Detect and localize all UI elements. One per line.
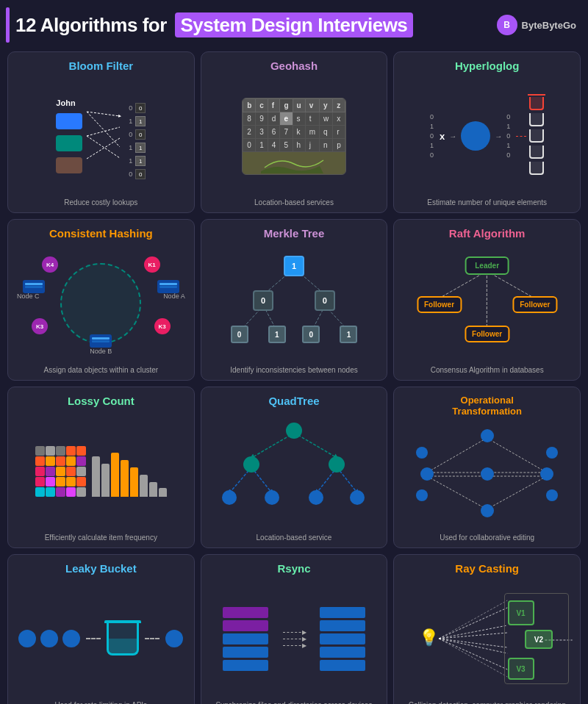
card-title-bloom: Bloom Filter (69, 60, 134, 72)
raft-desc: Consensus Algorithm in databases (431, 363, 544, 374)
accent-bar (6, 7, 10, 43)
svg-line-0 (87, 112, 120, 116)
bloom-content: John (15, 76, 187, 195)
svg-line-12 (487, 271, 535, 298)
raft-leader: Leader (465, 256, 509, 275)
ch-node-b (90, 334, 112, 348)
card-leaky-bucket: Leaky Bucket (7, 554, 195, 704)
svg-line-28 (440, 625, 508, 639)
ot-node-left (420, 467, 434, 481)
geohash-content: b c f g u v y z 8 9 d e s (209, 76, 380, 195)
card-title-ray: Ray Casting (455, 562, 519, 575)
ray-bulb: 💡 (419, 628, 439, 647)
svg-line-20 (427, 438, 487, 473)
lb-output-circle (165, 630, 183, 647)
rsync-arrows: ▶ ▶ ▶ (283, 632, 305, 646)
ch-key-k4: K4 (42, 256, 58, 273)
lossy-grid (35, 446, 86, 497)
ot-node-br (546, 489, 558, 501)
bloom-desc: Reduce costly lookups (64, 195, 137, 206)
merkle-l2-1: 1 (268, 326, 286, 343)
card-title-lb: Leaky Bucket (65, 562, 137, 575)
quad-l2-0 (222, 490, 237, 505)
lb-desc: Used for rate limiting in APIs (55, 698, 148, 704)
quad-desc: Location-based service (257, 531, 332, 542)
title-part1: 12 Algorithms for (15, 14, 167, 36)
ch-content: K1 K3 K4 K3 Node A Node B Node C (15, 244, 187, 363)
svg-line-1 (87, 112, 120, 147)
card-title-ch: Consistent Hashing (49, 227, 153, 240)
card-geohash: Geohash b c f g u v y z 8 (201, 51, 388, 213)
page-title: 12 Algorithms for System Design Intervie… (15, 14, 416, 37)
svg-line-23 (487, 476, 547, 509)
ot-node-tl (416, 447, 428, 459)
geohash-desc: Location-based services (254, 195, 334, 206)
merkle-desc: Identify inconsistencies between nodes (230, 363, 357, 374)
card-title-hyperloglog: Hyperloglog (455, 60, 520, 72)
card-rsync: Rsync ▶ ▶ (201, 554, 388, 704)
ch-label-nodec: Node C (17, 292, 40, 300)
quad-l2-2 (309, 490, 323, 505)
card-title-quad: QuadTree (268, 395, 319, 407)
lb-dash-in (86, 638, 101, 639)
ch-key-k1: K1 (144, 256, 160, 273)
ot-node-bottom (481, 504, 494, 517)
ch-node-a (157, 280, 179, 293)
quad-content (209, 412, 380, 531)
bloom-label: John (56, 98, 75, 107)
svg-line-15 (294, 433, 337, 458)
ot-node-tr (546, 447, 558, 459)
merkle-l2-2: 0 (302, 326, 320, 343)
ch-label-nodea: Node A (163, 292, 185, 300)
lb-circle-3 (62, 630, 80, 647)
svg-line-21 (487, 438, 547, 473)
bloom-box-brown (56, 157, 82, 173)
card-ot: OperationalTransformation (393, 387, 581, 548)
quad-root (286, 423, 302, 439)
ch-desc: Assign data objects within a cluster (44, 363, 159, 374)
svg-line-27 (440, 608, 508, 639)
raft-follower-3: Follower (465, 326, 509, 342)
lb-content (15, 579, 187, 698)
card-consistent-hashing: Consistent Hashing (7, 219, 195, 381)
ray-desc: Collision detection, computer graphics r… (409, 698, 566, 704)
raft-follower-1: Follower (417, 296, 462, 313)
brand-logo: B (497, 15, 517, 35)
hll-desc: Estimate number of unique elements (427, 195, 547, 206)
ch-node-c (23, 280, 45, 293)
brand-name: ByteByteGo (522, 20, 576, 31)
card-quadtree: QuadTree (201, 387, 388, 548)
ch-ring (60, 263, 141, 344)
bloom-box-blue (56, 113, 82, 129)
merkle-l2-3: 1 (340, 326, 357, 343)
lb-input-circles (18, 630, 80, 647)
card-title-ot: OperationalTransformation (452, 395, 522, 417)
lb-dash-out (145, 638, 159, 639)
header-left: 12 Algorithms for System Design Intervie… (0, 7, 416, 43)
raft-follower-2: Follower (512, 296, 557, 313)
lb-bucket (107, 620, 139, 657)
lb-circle-2 (40, 630, 58, 647)
card-hyperloglog: Hyperloglog 0 1 0 1 0 x → → (393, 51, 581, 213)
ot-content (401, 421, 573, 531)
merkle-l1-0: 0 (253, 290, 273, 311)
svg-line-33 (440, 600, 508, 639)
svg-line-11 (440, 271, 487, 298)
ch-key-k2: K3 (32, 318, 48, 334)
card-title-raft: Raft Algorithm (449, 227, 526, 240)
merkle-l2-0: 0 (231, 326, 248, 343)
rsync-content: ▶ ▶ ▶ (209, 579, 380, 698)
card-ray-casting: Ray Casting (393, 554, 581, 704)
header: 12 Algorithms for System Design Intervie… (0, 0, 588, 47)
ot-node-center (481, 467, 494, 481)
merkle-root: 1 (284, 256, 304, 276)
card-title-lossy: Lossy Count (68, 395, 135, 407)
geohash-table: b c f g u v y z 8 9 d e s (243, 98, 345, 152)
ot-node-top (481, 429, 494, 442)
hll-content: 0 1 0 1 0 x → → 0 1 0 1 (401, 76, 573, 195)
quad-l2-1 (265, 490, 279, 505)
quad-l1-1 (329, 456, 345, 473)
svg-line-2 (87, 127, 120, 136)
svg-line-3 (87, 136, 120, 158)
title-highlight: System Design Interviews (175, 12, 414, 37)
